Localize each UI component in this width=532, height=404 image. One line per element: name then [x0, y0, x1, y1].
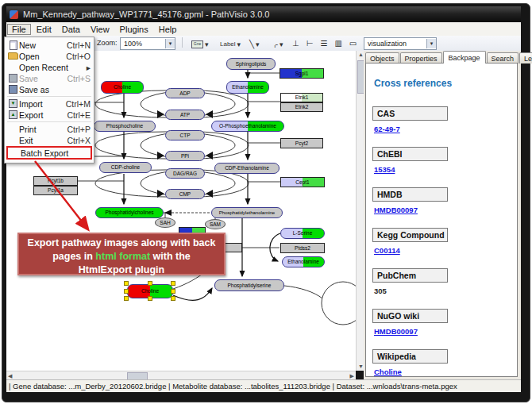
xref-database-name: ChEBI: [372, 147, 448, 161]
node-pcyt1a[interactable]: Pcyt1a: [33, 186, 78, 195]
node-cdp-ethanolamine[interactable]: CDP-Ethanolamine: [214, 163, 279, 174]
stack-vertical-icon[interactable]: ▥: [334, 38, 341, 48]
node-l-serine[interactable]: L-Serine: [280, 228, 325, 239]
node-o-phosphoethanolamine[interactable]: O-Phosphoethanolamine: [211, 121, 284, 132]
align-middle-icon[interactable]: ⊢: [306, 38, 314, 48]
node-ctp[interactable]: CTP: [165, 130, 205, 140]
node-ethanolamine-2[interactable]: Ethanolamine: [282, 256, 325, 267]
file-menu-item-open-recent[interactable]: Open Recent▸: [5, 62, 94, 72]
new-line-button[interactable]: ╲ ▾: [247, 37, 262, 51]
xref-entry: HMDBHMDB00097: [372, 187, 511, 222]
xref-link[interactable]: 15354: [374, 165, 395, 174]
scroll-up-icon[interactable]: ▲: [358, 51, 364, 59]
new-label-button[interactable]: Label ▾: [218, 37, 243, 51]
menu-edit[interactable]: Edit: [32, 24, 56, 35]
xref-value: 305: [374, 287, 387, 295]
node-dag[interactable]: DAG/RAG: [165, 168, 205, 179]
file-menu-item-print[interactable]: PrintCtrl+P: [5, 124, 94, 134]
node-atp[interactable]: ATP: [165, 110, 205, 120]
node-cdp-choline[interactable]: CDP-choline: [99, 162, 152, 173]
xref-link[interactable]: 62-49-7: [374, 125, 400, 133]
selection-handle[interactable]: [171, 289, 175, 294]
chevron-down-icon: ▾: [237, 40, 241, 48]
file-menu-item-label: Batch Export: [21, 148, 87, 158]
zoom-label: Zoom:: [97, 37, 118, 48]
align-center-icon[interactable]: ⊥: [292, 38, 299, 48]
menu-plugins[interactable]: Plugins: [115, 24, 153, 35]
xref-entry: PubChem305: [372, 268, 511, 303]
menu-file[interactable]: File: [7, 24, 31, 35]
xref-link[interactable]: C00114: [374, 246, 400, 255]
app-icon: [10, 10, 18, 19]
sidebar-tabs: ObjectsPropertiesBackpageSearchLegend: [365, 51, 532, 63]
node-ethanolamine[interactable]: Ethanolamine: [226, 81, 269, 94]
menu-help[interactable]: Help: [154, 24, 182, 35]
file-menu-item-open[interactable]: OpenCtrl+O: [5, 51, 94, 61]
node-etnk1[interactable]: Etnk1: [280, 93, 323, 102]
common-width-icon[interactable]: ▭: [349, 38, 357, 48]
shortcut-label: Ctrl+M: [66, 99, 91, 109]
chevron-down-icon[interactable]: ▾: [165, 39, 175, 48]
chevron-down-icon[interactable]: ▾: [426, 39, 436, 48]
file-menu-item-export[interactable]: ▲ExportCtrl+E: [5, 110, 94, 120]
selection-handle[interactable]: [171, 296, 175, 301]
xref-link[interactable]: HMDB00097: [374, 206, 418, 214]
file-menu-item-save[interactable]: SaveCtrl+S: [5, 73, 94, 83]
visualization-combobox[interactable]: visualization ▾: [364, 37, 437, 50]
file-menu-item-exit[interactable]: ExitCtrl+X: [5, 135, 94, 145]
file-menu-item-new[interactable]: NewCtrl+N: [5, 40, 94, 50]
xref-database-name: Kegg Compound: [372, 228, 448, 242]
selection-handle[interactable]: [124, 296, 129, 301]
node-sgpl1[interactable]: Sgpl1: [279, 68, 324, 79]
tab-legend[interactable]: Legend: [519, 52, 532, 63]
backpage-panel[interactable]: Cross references CAS62-49-7ChEBI15354HMD…: [365, 63, 518, 377]
node-choline[interactable]: Choline: [101, 81, 144, 94]
ic-new-icon: [7, 40, 19, 50]
xref-database-name: PubChem: [372, 268, 448, 283]
connector-icon: ⌌: [272, 39, 278, 49]
node-phosphocholine[interactable]: Phosphocholine: [94, 121, 156, 132]
node-adp[interactable]: ADP: [165, 88, 205, 98]
tab-objects[interactable]: Objects: [365, 52, 399, 63]
node-phosphatidylcholines[interactable]: Phosphatidylcholines: [95, 207, 164, 218]
node-pcyt1b[interactable]: Pcyt1b: [33, 176, 78, 186]
xref-database-name: HMDB: [372, 187, 448, 202]
selection-handle[interactable]: [148, 281, 152, 286]
node-phosphatidylserine[interactable]: Phosphatidylserine: [214, 279, 284, 291]
file-menu-item-save-as[interactable]: Save as: [5, 84, 94, 94]
node-cmp[interactable]: CMP: [165, 189, 205, 199]
node-sphingolipids[interactable]: Sphingolipids: [226, 58, 276, 70]
selection-handle[interactable]: [148, 296, 152, 301]
menu-data[interactable]: Data: [57, 24, 85, 35]
stack-horizontal-icon[interactable]: ☰: [320, 38, 327, 48]
node-cept1[interactable]: Cept1: [280, 177, 325, 187]
selection-handle[interactable]: [124, 281, 129, 286]
tab-properties[interactable]: Properties: [400, 52, 442, 63]
node-sam[interactable]: SAM: [205, 219, 226, 229]
selection-handle[interactable]: [171, 281, 175, 286]
selection-handle[interactable]: [124, 289, 129, 294]
xref-link[interactable]: HMDB00097: [374, 327, 418, 336]
tab-search[interactable]: Search: [487, 52, 519, 63]
ic-export-icon: ▲: [7, 110, 19, 119]
gene-node-icon: Gne: [191, 40, 203, 48]
menu-view[interactable]: View: [86, 24, 114, 35]
file-menu-item-import[interactable]: ▼ImportCtrl+M: [5, 98, 94, 109]
new-datanode-button[interactable]: Gne ▾: [189, 37, 211, 51]
new-connector-button[interactable]: ⌌ ▾: [269, 37, 286, 51]
zoom-combobox[interactable]: 100% ▾: [120, 37, 175, 50]
xref-link[interactable]: Choline: [374, 367, 402, 376]
ic-save-icon: [7, 74, 19, 83]
node-sah[interactable]: SAH: [155, 217, 175, 228]
file-menu-item-batch-export[interactable]: Batch Export: [6, 146, 92, 160]
node-gene-box[interactable]: [225, 243, 242, 252]
node-pcyt2[interactable]: Pcyt2: [280, 138, 323, 148]
node-phosphatidylethanolamine[interactable]: Phosphatidylethanolamine: [211, 207, 283, 218]
node-ptdss2[interactable]: Ptdss2: [280, 243, 325, 253]
node-etnk2[interactable]: Etnk2: [280, 102, 323, 112]
title-bar[interactable]: Mm_Kennedy_pathway_WP1771_45176.gpml - P…: [6, 6, 521, 22]
node-ppi[interactable]: PPi: [165, 151, 205, 161]
scroll-down-icon[interactable]: ▼: [358, 363, 364, 371]
tab-backpage[interactable]: Backpage: [443, 51, 486, 63]
shortcut-label: ▸: [87, 63, 91, 72]
